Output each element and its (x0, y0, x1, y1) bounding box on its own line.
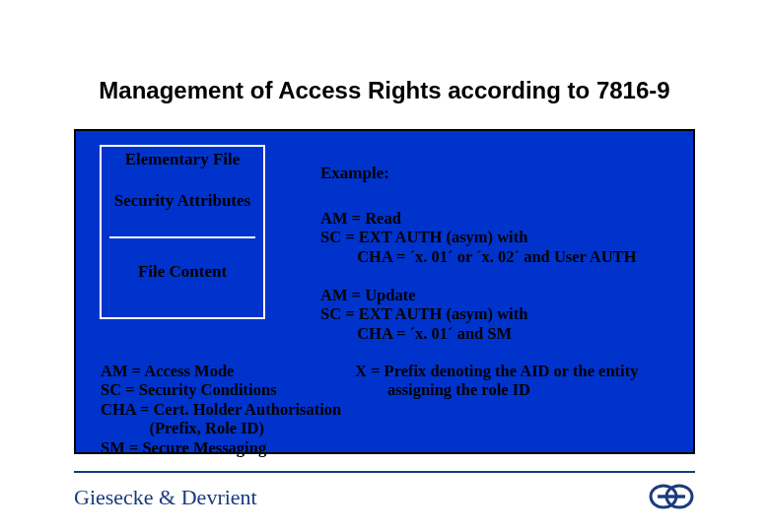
example-header: Example: (320, 164, 389, 183)
footer-brand: Giesecke & Devrient (74, 485, 257, 510)
ef-divider (109, 236, 255, 238)
example-block-1: AM = Read SC = EXT AUTH (asym) with CHA … (320, 209, 636, 266)
gd-logo-icon (648, 483, 695, 510)
elementary-file-header: Elementary File (100, 150, 265, 169)
svg-rect-2 (658, 495, 685, 498)
legend-left: AM = Access Mode SC = Security Condition… (101, 362, 341, 457)
elementary-file-box (100, 145, 265, 319)
legend-right: X = Prefix denoting the AID or the entit… (355, 362, 638, 400)
security-attributes-label: Security Attributes (100, 191, 265, 211)
page-title: Management of Access Rights according to… (0, 77, 769, 104)
footer-divider (74, 471, 695, 473)
slide: Management of Access Rights according to… (0, 0, 769, 532)
file-content-label: File Content (100, 262, 265, 282)
example-block-2: AM = Update SC = EXT AUTH (asym) with CH… (320, 286, 527, 343)
